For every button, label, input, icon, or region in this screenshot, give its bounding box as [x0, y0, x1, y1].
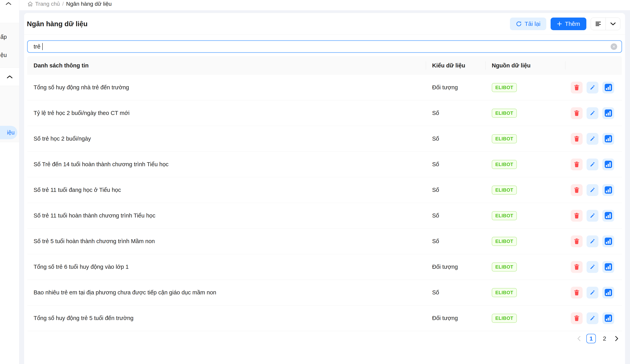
delete-button[interactable] — [571, 261, 582, 273]
prev-page-icon[interactable] — [575, 334, 582, 343]
home-icon — [27, 1, 33, 7]
edit-button[interactable] — [586, 133, 598, 145]
row-type: Số — [426, 161, 486, 168]
data-bank-card: Ngân hàng dữ liệu Tải lại Thêm — [24, 13, 625, 364]
chevron-up-icon — [6, 75, 13, 79]
row-name: Số trẻ 5 tuổi hoàn thành chương trình Mầ… — [27, 238, 426, 244]
edit-button[interactable] — [586, 235, 598, 247]
table-header-row: Danh sách thông tin Kiểu dữ liệu Nguồn d… — [27, 56, 622, 75]
plus-icon — [557, 21, 562, 26]
row-actions — [565, 287, 622, 299]
pencil-icon — [590, 238, 596, 244]
bar-chart-icon — [605, 238, 612, 245]
chart-button[interactable] — [602, 107, 614, 119]
delete-button[interactable] — [571, 107, 582, 119]
sidebar-item-clipped-2[interactable]: ệu — [0, 52, 7, 58]
pencil-icon — [590, 213, 596, 219]
row-name: Số Trẻ đến 14 tuổi hoàn thành chương trì… — [27, 161, 426, 168]
bar-chart-icon — [605, 212, 612, 219]
row-actions — [565, 82, 622, 93]
breadcrumb-home-link[interactable]: Trang chủ — [27, 1, 60, 7]
row-source: ELIBOT — [486, 314, 565, 323]
delete-button[interactable] — [571, 82, 582, 93]
list-view-button[interactable] — [591, 18, 606, 30]
delete-button[interactable] — [571, 133, 582, 145]
edit-button[interactable] — [586, 107, 598, 119]
delete-button[interactable] — [571, 235, 582, 247]
row-actions — [565, 107, 622, 119]
delete-button[interactable] — [571, 312, 582, 324]
row-name: Tổng số huy động trẻ 5 tuổi đến trường — [27, 315, 426, 321]
chart-button[interactable] — [602, 312, 614, 324]
table-row: Số trẻ 11 tuổi đang học ở Tiểu học Số EL… — [27, 177, 622, 203]
breadcrumb-home-label: Trang chủ — [35, 1, 60, 7]
page-button-1[interactable]: 1 — [586, 334, 596, 343]
edit-button[interactable] — [586, 184, 598, 196]
sidebar-item-active[interactable]: iệu — [0, 126, 18, 139]
row-actions — [565, 261, 622, 273]
reload-button[interactable]: Tải lại — [510, 17, 546, 30]
row-source: ELIBOT — [486, 288, 565, 297]
bar-chart-icon — [605, 289, 612, 296]
chart-button[interactable] — [602, 159, 614, 170]
sidebar-item-clipped-1[interactable]: ấp — [0, 34, 7, 40]
trash-icon — [574, 264, 580, 270]
edit-button[interactable] — [586, 159, 598, 170]
delete-button[interactable] — [571, 287, 582, 299]
edit-button[interactable] — [586, 82, 598, 93]
chart-button[interactable] — [602, 210, 614, 222]
add-button-label: Thêm — [565, 20, 580, 27]
trash-icon — [574, 110, 580, 116]
edit-button[interactable] — [586, 312, 598, 324]
edit-button[interactable] — [586, 210, 598, 222]
page-title: Ngân hàng dữ liệu — [27, 20, 88, 28]
chart-button[interactable] — [602, 82, 614, 93]
sidebar-submenu-group: ấp ệu — [0, 23, 19, 68]
pencil-icon — [590, 162, 596, 168]
pencil-icon — [590, 136, 596, 142]
source-badge: ELIBOT — [492, 314, 517, 323]
sidebar-section-toggle[interactable] — [0, 68, 19, 86]
breadcrumb-current: Ngân hàng dữ liệu — [66, 1, 112, 7]
row-actions — [565, 235, 622, 247]
chart-button[interactable] — [602, 261, 614, 273]
delete-button[interactable] — [571, 159, 582, 170]
table-row: Tổng số huy động nhà trẻ đến trường Đối … — [27, 75, 622, 100]
delete-button[interactable] — [571, 184, 582, 196]
chart-button[interactable] — [602, 184, 614, 196]
chart-button[interactable] — [602, 287, 614, 299]
column-header-actions — [565, 56, 622, 75]
chart-button[interactable] — [602, 133, 614, 145]
bar-chart-icon — [605, 263, 612, 271]
row-name: Số trẻ 11 tuổi hoàn thành chương trình T… — [27, 212, 426, 219]
breadcrumb: Trang chủ / Ngân hàng dữ liệu — [27, 0, 112, 9]
search-input[interactable]: trẻ ✕ — [27, 40, 622, 53]
source-badge: ELIBOT — [492, 83, 517, 92]
trash-icon — [574, 289, 580, 296]
bar-chart-icon — [605, 315, 612, 322]
row-actions — [565, 312, 622, 324]
row-source: ELIBOT — [486, 185, 565, 195]
table-row: Số Trẻ đến 14 tuổi hoàn thành chương trì… — [27, 152, 622, 177]
edit-button[interactable] — [586, 287, 598, 299]
table-body: Tổng số huy động nhà trẻ đến trường Đối … — [27, 75, 622, 331]
more-options-button[interactable] — [606, 18, 620, 30]
reload-button-label: Tải lại — [524, 20, 540, 27]
next-page-icon[interactable] — [613, 334, 620, 343]
chart-button[interactable] — [602, 235, 614, 247]
search-row: trẻ ✕ — [24, 35, 625, 56]
delete-button[interactable] — [571, 210, 582, 222]
clear-search-icon[interactable]: ✕ — [611, 43, 617, 50]
table-row: Tỷ lệ trẻ học 2 buổi/ngày theo CT mới Số… — [27, 100, 622, 126]
source-badge: ELIBOT — [492, 160, 517, 169]
text-cursor — [42, 43, 43, 50]
row-name: Tổng số huy động nhà trẻ đến trường — [27, 84, 426, 91]
page-button-2[interactable]: 2 — [600, 334, 609, 343]
row-name: Số trẻ học 2 buổi/ngày — [27, 136, 426, 142]
row-source: ELIBOT — [486, 109, 565, 118]
row-source: ELIBOT — [486, 83, 565, 92]
chevron-up-icon[interactable] — [6, 2, 12, 5]
edit-button[interactable] — [586, 261, 598, 273]
row-type: Số — [426, 110, 486, 116]
add-button[interactable]: Thêm — [550, 17, 586, 30]
